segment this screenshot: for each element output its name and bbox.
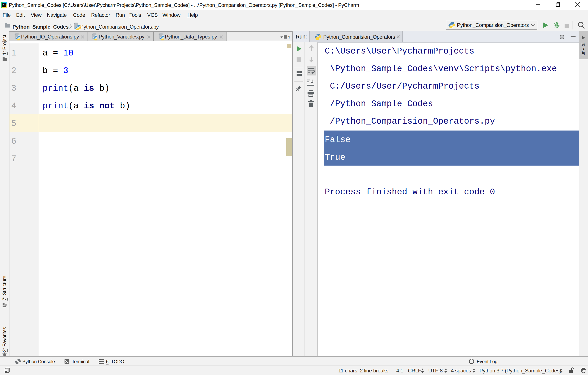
svg-text:4: 4 — [288, 35, 290, 39]
svg-text:PC: PC — [3, 3, 5, 6]
